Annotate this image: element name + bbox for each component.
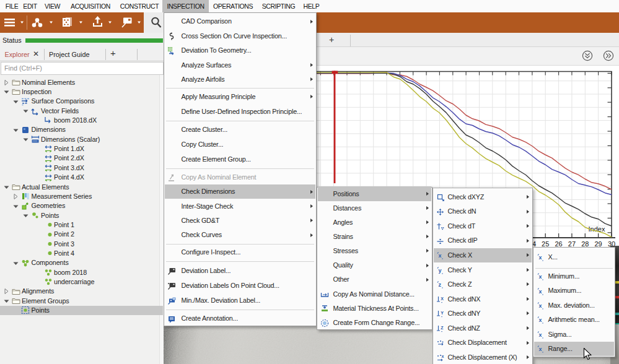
svg-text:x: x: [538, 303, 542, 309]
svg-text:x: x: [438, 253, 441, 259]
svg-text:Y: Y: [441, 311, 444, 315]
svg-text:Z: Z: [441, 326, 444, 330]
svg-text:Index: Index: [589, 225, 605, 233]
svg-text:28: 28: [581, 240, 589, 248]
svg-text:x: x: [441, 354, 444, 358]
svg-text:y: y: [438, 267, 441, 274]
svg-text:x: x: [538, 254, 542, 261]
svg-text:z: z: [438, 282, 441, 288]
svg-text:x: x: [538, 346, 542, 352]
svg-text:x: x: [538, 317, 542, 323]
svg-text:29: 29: [594, 240, 602, 248]
svg-text:27: 27: [568, 240, 576, 248]
svg-text:x: x: [538, 288, 542, 295]
svg-text:26: 26: [555, 240, 562, 248]
svg-text:x: x: [538, 274, 542, 280]
svg-text:x: x: [538, 332, 542, 338]
svg-text:25: 25: [542, 240, 549, 248]
svg-text:X: X: [441, 296, 444, 300]
